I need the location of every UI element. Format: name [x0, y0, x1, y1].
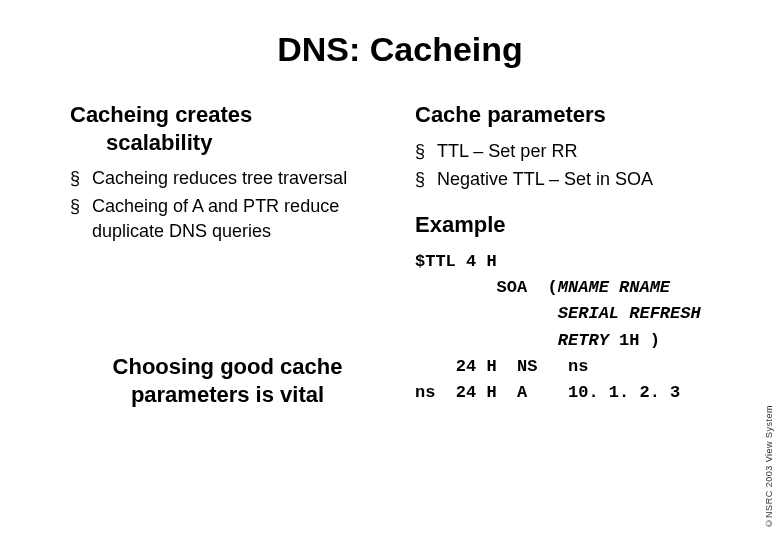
- slide: DNS: Cacheing Cacheing creates scalabili…: [0, 0, 780, 430]
- copyright-side: ©NSRC 2003 View System: [764, 405, 774, 528]
- vital-line1: Choosing good cache: [113, 354, 343, 379]
- code-l1: $TTL 4 H: [415, 252, 497, 271]
- left-column: Cacheing creates scalability Cacheing re…: [70, 101, 385, 410]
- code-l6: ns 24 H A 10. 1. 2. 3: [415, 383, 680, 402]
- example-code: $TTL 4 H SOA (MNAME RNAME SERIAL REFRESH…: [415, 249, 730, 407]
- right-bullet-1: Negative TTL – Set in SOA: [415, 167, 730, 191]
- right-bullet-0: TTL – Set per RR: [415, 139, 730, 163]
- right-heading-example: Example: [415, 211, 730, 239]
- left-heading: Cacheing creates scalability: [70, 101, 385, 156]
- code-l2a: SOA (: [415, 278, 558, 297]
- code-l4c: 1H ): [619, 331, 660, 350]
- slide-title: DNS: Cacheing: [70, 30, 730, 69]
- left-bullet-0: Cacheing reduces tree traversal: [70, 166, 385, 190]
- columns: Cacheing creates scalability Cacheing re…: [70, 101, 730, 410]
- right-heading-params: Cache parameters: [415, 101, 730, 129]
- right-column: Cache parameters TTL – Set per RR Negati…: [415, 101, 730, 410]
- left-bullet-1: Cacheing of A and PTR reduce duplicate D…: [70, 194, 385, 243]
- left-bullets: Cacheing reduces tree traversal Cacheing…: [70, 166, 385, 243]
- right-bullets: TTL – Set per RR Negative TTL – Set in S…: [415, 139, 730, 192]
- code-l4b: RETRY: [558, 331, 619, 350]
- code-l2b: MNAME RNAME: [558, 278, 670, 297]
- left-heading-line1: Cacheing creates: [70, 102, 252, 127]
- left-heading-line2: scalability: [70, 129, 385, 157]
- code-l4a: [415, 331, 558, 350]
- vital-line2: parameters is vital: [131, 382, 324, 407]
- code-l3a: [415, 304, 558, 323]
- code-l5: 24 H NS ns: [415, 357, 588, 376]
- code-l3b: SERIAL REFRESH: [558, 304, 701, 323]
- vital-statement: Choosing good cache parameters is vital: [70, 353, 385, 410]
